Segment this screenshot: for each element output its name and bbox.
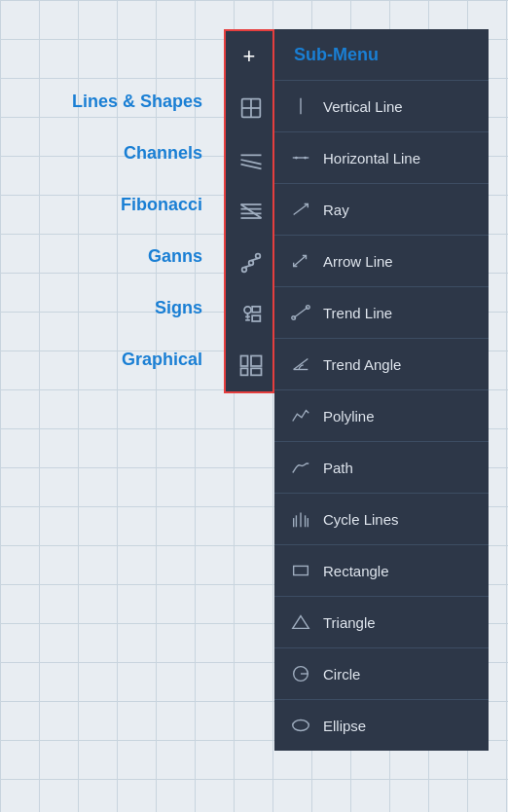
toolbar-signs[interactable] bbox=[226, 288, 276, 340]
submenu-item-polyline[interactable]: Polyline bbox=[274, 389, 489, 441]
submenu-item-vertical-line[interactable]: Vertical Line bbox=[274, 80, 489, 131]
toolbar-graphical[interactable] bbox=[226, 340, 276, 391]
sidebar-item-signs[interactable]: Signs bbox=[0, 282, 214, 334]
sidebar-item-channels[interactable]: Channels bbox=[0, 128, 214, 179]
submenu-item-ray[interactable]: Ray bbox=[274, 183, 489, 235]
add-icon[interactable]: + bbox=[243, 44, 256, 69]
svg-line-32 bbox=[294, 308, 308, 318]
svg-rect-19 bbox=[241, 368, 248, 375]
polyline-icon bbox=[290, 405, 311, 426]
submenu-item-horizontal-line[interactable]: Horizontal Line bbox=[274, 131, 489, 183]
path-icon bbox=[290, 457, 311, 478]
circle-icon bbox=[290, 663, 311, 684]
horizontal-line-icon bbox=[290, 147, 311, 168]
svg-point-29 bbox=[304, 157, 307, 160]
sidebar-item-graphical[interactable]: Graphical bbox=[0, 334, 214, 386]
toolbar-lines-shapes[interactable] bbox=[226, 82, 276, 133]
toolbar-ganns[interactable] bbox=[226, 237, 276, 288]
ellipse-icon bbox=[290, 715, 311, 736]
toolbar-channels[interactable] bbox=[226, 133, 276, 185]
ray-icon bbox=[290, 199, 311, 220]
submenu-item-ellipse[interactable]: Ellipse bbox=[274, 699, 489, 751]
sidebar-item-lines-shapes[interactable]: Lines & Shapes bbox=[0, 76, 214, 128]
svg-rect-37 bbox=[294, 566, 308, 574]
svg-line-15 bbox=[251, 258, 258, 260]
svg-point-11 bbox=[242, 267, 247, 272]
rectangle-icon bbox=[290, 560, 311, 581]
svg-rect-21 bbox=[251, 368, 262, 375]
svg-point-28 bbox=[295, 157, 298, 160]
vertical-line-icon bbox=[290, 95, 311, 117]
submenu-item-circle[interactable]: Circle bbox=[274, 647, 489, 699]
submenu-panel: Sub-Menu Vertical Line bbox=[274, 29, 489, 751]
svg-line-14 bbox=[244, 265, 251, 267]
submenu-item-path[interactable]: Path bbox=[274, 441, 489, 493]
svg-line-5 bbox=[241, 164, 262, 168]
sidebar-item-ganns[interactable]: Ganns bbox=[0, 231, 214, 282]
svg-rect-20 bbox=[241, 355, 248, 366]
triangle-icon bbox=[290, 611, 311, 633]
submenu-item-trend-angle[interactable]: Trend Angle bbox=[274, 338, 489, 389]
submenu-item-trend-line[interactable]: Trend Line bbox=[274, 286, 489, 338]
tool-column: + bbox=[224, 29, 274, 393]
arrow-line-icon bbox=[290, 250, 311, 272]
svg-point-13 bbox=[256, 253, 261, 258]
svg-point-12 bbox=[249, 260, 254, 265]
svg-line-30 bbox=[294, 204, 308, 215]
sidebar-item-fibonacci[interactable]: Fibonacci bbox=[0, 179, 214, 231]
svg-line-31 bbox=[294, 256, 307, 267]
submenu-item-triangle[interactable]: Triangle bbox=[274, 596, 489, 647]
cycle-lines-icon bbox=[290, 508, 311, 530]
svg-rect-17 bbox=[252, 306, 260, 312]
svg-point-41 bbox=[293, 720, 309, 731]
svg-line-35 bbox=[294, 359, 308, 370]
trend-line-icon bbox=[290, 302, 311, 323]
submenu-item-rectangle[interactable]: Rectangle bbox=[274, 544, 489, 596]
tool-column-header: + bbox=[226, 31, 272, 82]
toolbar-fibonacci[interactable] bbox=[226, 185, 276, 237]
svg-point-16 bbox=[244, 306, 251, 313]
sidebar: Lines & Shapes Channels Fibonacci Ganns … bbox=[0, 29, 224, 386]
submenu-item-arrow-line[interactable]: Arrow Line bbox=[274, 235, 489, 286]
submenu-item-cycle-lines[interactable]: Cycle Lines bbox=[274, 493, 489, 544]
svg-rect-18 bbox=[252, 315, 260, 321]
svg-marker-38 bbox=[293, 616, 309, 629]
svg-line-10 bbox=[241, 204, 262, 218]
trend-angle-icon bbox=[290, 353, 311, 375]
svg-rect-22 bbox=[251, 355, 262, 366]
svg-line-4 bbox=[241, 160, 262, 165]
submenu-header: Sub-Menu bbox=[274, 29, 489, 80]
